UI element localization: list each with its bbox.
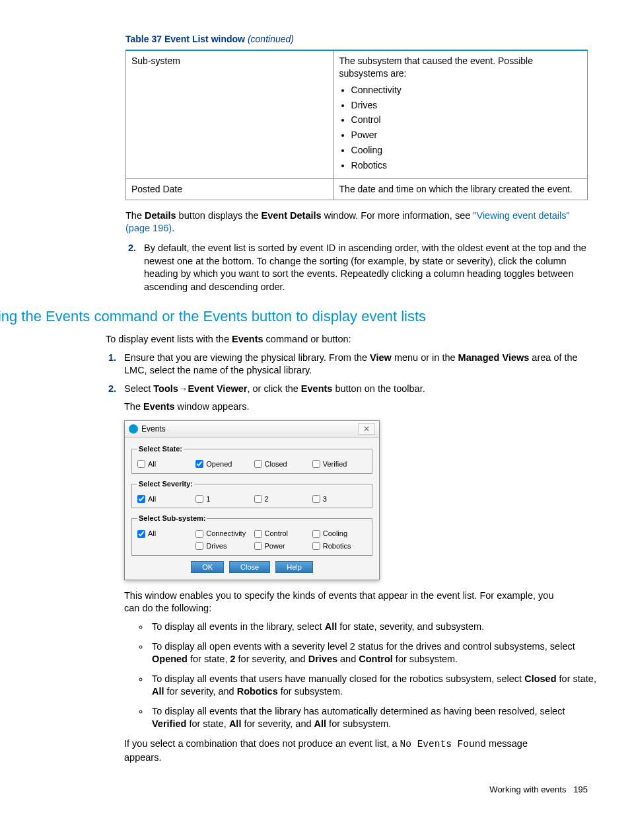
subsystem-checkbox-label: All	[148, 529, 156, 539]
state-checkbox-label: Verified	[323, 459, 347, 469]
subsystem-checkbox-input[interactable]	[195, 530, 203, 538]
cell-key: Sub-system	[126, 50, 334, 179]
severity-checkbox[interactable]: 1	[195, 494, 250, 504]
steps-b: Ensure that you are viewing the physical…	[106, 352, 581, 765]
subsystem-item: Drives	[351, 99, 582, 112]
table-row: Sub-system The subsystem that caused the…	[126, 50, 588, 179]
caption-continued: (continued)	[248, 34, 294, 44]
subsystem-checkbox-label: Drives	[206, 541, 227, 551]
footer-label: Working with events	[489, 784, 566, 794]
subsystem-checkbox-input[interactable]	[195, 542, 203, 550]
subsystem-item: Robotics	[351, 159, 582, 172]
subsystem-checkbox[interactable]: Control	[254, 529, 308, 539]
table-row: Posted Date The date and time on which t…	[126, 179, 588, 200]
hp-logo-icon	[129, 424, 138, 434]
subsystem-checkbox-input[interactable]	[312, 542, 320, 550]
footer-page: 195	[573, 784, 588, 794]
step-2b: Select Tools→Event Viewer, or click the …	[119, 383, 581, 764]
state-checkbox-label: All	[148, 459, 156, 469]
step-2a: By default, the event list is sorted by …	[139, 242, 601, 293]
section-heading: Using the Events command or the Events b…	[0, 307, 584, 326]
state-checkbox[interactable]: Verified	[312, 459, 367, 469]
cell-value: The date and time on which the library c…	[333, 179, 587, 200]
bullet-item: To display all events in the library, se…	[149, 621, 598, 634]
step-1b: Ensure that you are viewing the physical…	[119, 352, 581, 377]
cell-value: The subsystem that caused the event. Pos…	[333, 50, 587, 179]
dialog-title: Events	[141, 424, 166, 434]
dialog-button-row: OKCloseHelp	[131, 561, 372, 573]
severity-checkbox-label: 2	[265, 494, 269, 504]
state-checkbox-input[interactable]	[312, 460, 320, 468]
cell-key: Posted Date	[126, 179, 334, 200]
no-events-found-msg: No Events Found	[400, 739, 487, 749]
fieldset-state: Select State: AllOpenedClosedVerified	[131, 444, 372, 474]
severity-checkbox-input[interactable]	[254, 495, 262, 503]
subsystem-checkbox-label: Robotics	[323, 541, 351, 551]
state-checkbox-label: Opened	[206, 459, 232, 469]
subsystem-checkbox[interactable]: Cooling	[312, 529, 367, 539]
severity-checkbox-label: 1	[206, 494, 210, 504]
legend-severity: Select Severity:	[137, 479, 194, 489]
event-list-table: Sub-system The subsystem that caused the…	[125, 50, 588, 200]
subsystem-checkbox-label: Connectivity	[206, 529, 246, 539]
subsystem-checkbox[interactable]: Robotics	[312, 541, 367, 551]
severity-checkbox-input[interactable]	[312, 495, 320, 503]
subsystem-checkbox-input[interactable]	[254, 542, 262, 550]
subsystem-item: Power	[351, 129, 582, 141]
subsystem-checkbox[interactable]: All	[137, 529, 192, 539]
subsystem-checkbox-label: Control	[265, 529, 288, 539]
fieldset-subsystem: Select Sub-system: AllConnectivityDrives…	[131, 514, 372, 556]
subsystem-item: Control	[351, 114, 582, 126]
close-button[interactable]: ✕	[358, 423, 375, 435]
page-footer: Working with events 195	[125, 784, 588, 796]
fieldset-severity: Select Severity: All123	[131, 479, 372, 509]
options-bullets: To display all events in the library, se…	[124, 621, 598, 731]
severity-checkbox-label: 3	[323, 494, 327, 504]
subsystem-item: Connectivity	[351, 84, 582, 96]
subsystem-checkbox[interactable]: Power	[254, 541, 308, 551]
state-checkbox[interactable]: All	[137, 459, 192, 469]
severity-checkbox-input[interactable]	[137, 495, 145, 503]
caption-label: Table 37 Event List window	[125, 34, 245, 44]
state-checkbox[interactable]: Closed	[254, 459, 308, 469]
subsystem-checkbox-label: Cooling	[323, 529, 347, 539]
subsystem-list: ConnectivityDrivesControlPowerCoolingRob…	[351, 84, 582, 172]
events-window-appears: The Events window appears.	[124, 401, 581, 414]
bullet-item: To display all open events with a severi…	[149, 640, 598, 666]
intro-para: To display event lists with the Events c…	[106, 333, 568, 346]
state-checkbox-input[interactable]	[254, 460, 262, 468]
bullet-item: To display all events that the library h…	[149, 705, 598, 731]
severity-checkbox[interactable]: 2	[254, 494, 308, 504]
dialog-titlebar: Events ✕	[125, 421, 379, 438]
state-checkbox[interactable]: Opened	[195, 459, 250, 469]
severity-checkbox-label: All	[148, 494, 156, 504]
events-dialog: Events ✕ Select State: AllOpenedClosedVe…	[124, 420, 380, 580]
legend-state: Select State:	[137, 444, 184, 454]
steps-a: By default, the event list is sorted by …	[125, 242, 601, 293]
subsystem-intro: The subsystem that caused the event. Pos…	[339, 56, 533, 79]
close-button[interactable]: Close	[229, 561, 270, 573]
details-para: The Details button displays the Event De…	[125, 210, 588, 235]
table-caption: Table 37 Event List window (continued)	[125, 33, 584, 46]
bullet-item: To display all events that users have ma…	[149, 673, 598, 699]
severity-checkbox[interactable]: 3	[312, 494, 367, 504]
state-checkbox-input[interactable]	[195, 460, 203, 468]
subsystem-checkbox[interactable]: Connectivity	[195, 529, 250, 539]
subsystem-checkbox-input[interactable]	[254, 530, 262, 538]
ok-button[interactable]: OK	[191, 561, 224, 573]
state-checkbox-input[interactable]	[137, 460, 145, 468]
subsystem-checkbox[interactable]: Drives	[195, 541, 250, 551]
subsystem-checkbox-input[interactable]	[312, 530, 320, 538]
legend-subsystem: Select Sub-system:	[137, 514, 207, 523]
severity-checkbox[interactable]: All	[137, 494, 192, 504]
state-checkbox-label: Closed	[265, 459, 287, 469]
subsystem-checkbox-input[interactable]	[137, 530, 145, 538]
help-button[interactable]: Help	[275, 561, 313, 573]
window-desc: This window enables you to specify the k…	[124, 590, 560, 615]
subsystem-item: Cooling	[351, 144, 582, 157]
no-events-para: If you select a combination that does no…	[124, 738, 560, 764]
subsystem-checkbox-label: Power	[265, 541, 285, 551]
severity-checkbox-input[interactable]	[195, 495, 203, 503]
